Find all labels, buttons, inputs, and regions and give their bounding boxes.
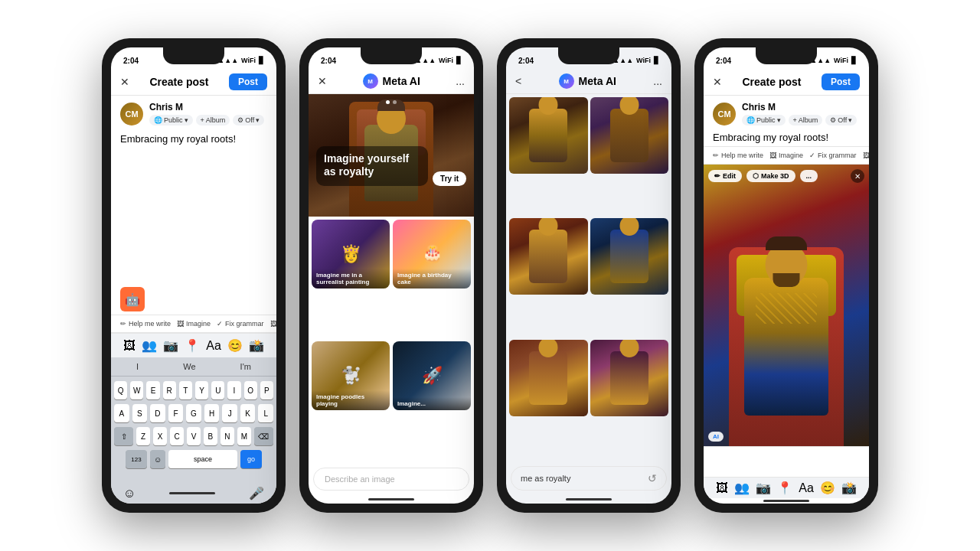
fix-grammar-btn-4[interactable]: ✓ Fix grammar: [809, 152, 857, 159]
album-btn-1[interactable]: + Album: [196, 115, 230, 126]
key-j[interactable]: J: [222, 404, 237, 422]
location-icon-1[interactable]: 📍: [185, 338, 200, 353]
user-info-4: Chris M 🌐 Public ▾ + Album ⚙ Off ▾: [742, 102, 857, 126]
close-img-btn-4[interactable]: ✕: [851, 169, 864, 183]
key-emoji[interactable]: ☺: [150, 450, 165, 468]
key-g[interactable]: G: [186, 404, 201, 422]
meta-ai-title-2: M Meta AI: [363, 73, 420, 89]
camera2-icon-1[interactable]: 📸: [249, 338, 264, 353]
text-icon-4[interactable]: Aa: [799, 481, 814, 495]
gallery-item-6[interactable]: [590, 340, 669, 416]
suggestion-poodle[interactable]: 🐩 Imagine poodles playing: [312, 341, 390, 410]
emoji-face-icon[interactable]: ☺: [123, 487, 136, 500]
key-w[interactable]: W: [130, 381, 143, 399]
back-icon-3[interactable]: <: [515, 75, 521, 87]
visibility-btn-1[interactable]: 🌐 Public ▾: [149, 115, 193, 126]
key-space[interactable]: space: [168, 450, 237, 468]
gallery-item-1[interactable]: [509, 97, 588, 174]
suggestion-im[interactable]: I'm: [240, 362, 251, 371]
key-o[interactable]: O: [244, 381, 257, 399]
gallery-item-3[interactable]: [509, 218, 588, 295]
visibility-btn-4[interactable]: 🌐 Public ▾: [742, 115, 786, 126]
imagine-btn-4[interactable]: 🖼 Imagine: [769, 152, 803, 159]
meta-ai-title-3: M Meta AI: [559, 73, 616, 89]
help-write-btn-4[interactable]: ✏ Help me write: [713, 152, 763, 159]
try-it-btn-2[interactable]: Try it: [433, 171, 466, 186]
phone-2-screen: 2:04 ▲▲▲ WiFi ▊ ✕ M Meta AI ...: [309, 47, 474, 504]
ai-btn-4[interactable]: ⚙ Off ▾: [825, 115, 857, 126]
emoji-icon-4[interactable]: 😊: [820, 481, 835, 495]
suggestion-surreal[interactable]: 👸 Imagine me in a surrealist painting: [312, 220, 390, 289]
key-l[interactable]: L: [258, 404, 273, 422]
more-icon-3[interactable]: ...: [653, 75, 662, 87]
camera-icon-1[interactable]: 📷: [163, 338, 178, 353]
key-x[interactable]: X: [153, 427, 167, 445]
key-y[interactable]: Y: [195, 381, 208, 399]
key-e[interactable]: E: [146, 381, 159, 399]
text-icon-1[interactable]: Aa: [206, 339, 221, 353]
search-input-row-3[interactable]: me as royalty ↺: [511, 466, 667, 491]
key-t[interactable]: T: [179, 381, 192, 399]
user-controls-1: 🌐 Public ▾ + Album ⚙ Off ▾: [149, 115, 264, 126]
people-icon-1[interactable]: 👥: [142, 338, 157, 353]
key-n[interactable]: N: [220, 427, 234, 445]
emoji-icon-1[interactable]: 😊: [227, 338, 243, 353]
user-name-1: Chris M: [149, 102, 264, 112]
key-b[interactable]: B: [204, 427, 217, 445]
ai-btn-1[interactable]: ⚙ Off ▾: [233, 115, 264, 126]
refresh-icon-3[interactable]: ↺: [648, 472, 657, 484]
gallery-item-2[interactable]: [590, 97, 669, 174]
describe-input-2[interactable]: Describe an image: [313, 468, 469, 491]
more-img-btn-4[interactable]: ...: [800, 170, 818, 182]
more-ai-btn-1[interactable]: 🖼 Ima...: [270, 320, 276, 328]
suggestion-space[interactable]: 🚀 Imagine...: [393, 341, 471, 410]
text-input-area-4[interactable]: [704, 446, 869, 477]
close-icon-2[interactable]: ✕: [318, 75, 327, 87]
suggestion-birthday[interactable]: 🎂 Imagine a birthday cake: [393, 220, 471, 289]
key-v[interactable]: V: [187, 427, 201, 445]
close-icon-1[interactable]: ✕: [120, 76, 129, 88]
edit-btn-4[interactable]: ✏ Edit: [708, 170, 742, 182]
key-delete[interactable]: ⌫: [254, 427, 273, 445]
key-a[interactable]: A: [114, 404, 129, 422]
key-r[interactable]: R: [163, 381, 176, 399]
people-icon-4[interactable]: 👥: [734, 481, 750, 495]
post-button-4[interactable]: Post: [822, 73, 860, 90]
text-caption-2: Imagine yourself as royalty Try it: [309, 146, 474, 194]
post-button-1[interactable]: Post: [229, 73, 267, 90]
photo-icon-4[interactable]: 🖼: [716, 481, 728, 495]
gallery-item-4[interactable]: [590, 218, 669, 295]
key-q[interactable]: Q: [114, 381, 127, 399]
more-icon-2[interactable]: ...: [456, 75, 465, 87]
suggestion-we[interactable]: We: [183, 362, 195, 371]
key-f[interactable]: F: [168, 404, 184, 422]
key-z[interactable]: Z: [136, 427, 150, 445]
key-shift[interactable]: ⇧: [114, 427, 133, 445]
photo-icon-1[interactable]: 🖼: [123, 339, 136, 353]
camera-icon-4[interactable]: 📷: [756, 481, 771, 495]
suggestion-i[interactable]: I: [136, 362, 139, 371]
mic-icon-1[interactable]: 🎤: [249, 486, 264, 500]
key-u[interactable]: U: [211, 381, 224, 399]
camera2-icon-4[interactable]: 📸: [841, 481, 857, 495]
more-ai-btn-4[interactable]: 🖼 Ima...: [863, 152, 869, 159]
gallery-item-5[interactable]: [509, 340, 588, 416]
key-123[interactable]: 123: [126, 450, 147, 468]
make3d-btn-4[interactable]: ⬡ Make 3D: [746, 170, 795, 182]
key-s[interactable]: S: [132, 404, 148, 422]
album-btn-4[interactable]: + Album: [789, 115, 823, 126]
location-icon-4[interactable]: 📍: [777, 481, 792, 495]
key-p[interactable]: P: [260, 381, 273, 399]
key-c[interactable]: C: [170, 427, 184, 445]
key-go[interactable]: go: [240, 450, 262, 468]
status-icons-3: ▲▲▲ WiFi ▊: [612, 57, 659, 64]
fix-grammar-btn-1[interactable]: ✓ Fix grammar: [217, 320, 264, 328]
key-m[interactable]: M: [237, 427, 251, 445]
key-h[interactable]: H: [204, 404, 220, 422]
help-write-btn-1[interactable]: ✏ Help me write: [120, 320, 171, 328]
imagine-btn-1[interactable]: 🖼 Imagine: [177, 320, 211, 328]
key-d[interactable]: D: [150, 404, 165, 422]
key-k[interactable]: K: [240, 404, 256, 422]
key-i[interactable]: I: [227, 381, 240, 399]
close-icon-4[interactable]: ✕: [713, 76, 722, 88]
